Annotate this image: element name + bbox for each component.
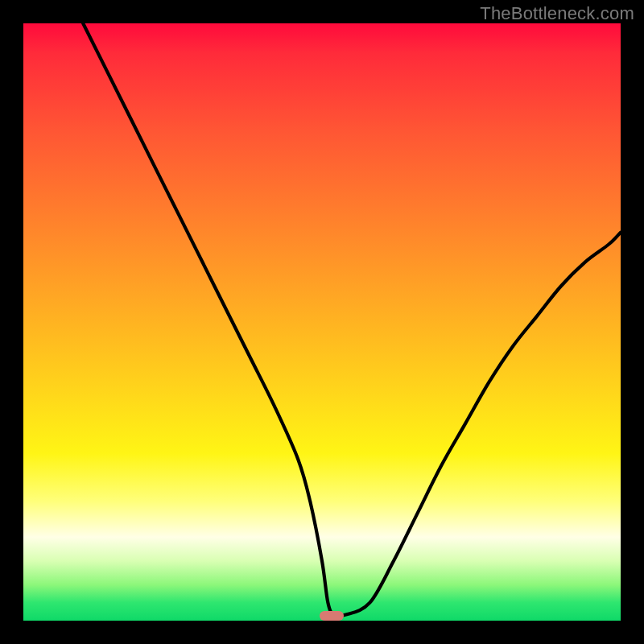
watermark-text: TheBottleneck.com [480, 3, 634, 24]
plot-area [23, 23, 621, 621]
optimal-zone-marker [320, 611, 344, 621]
chart-frame: TheBottleneck.com [0, 0, 644, 644]
bottleneck-curve [23, 23, 621, 621]
